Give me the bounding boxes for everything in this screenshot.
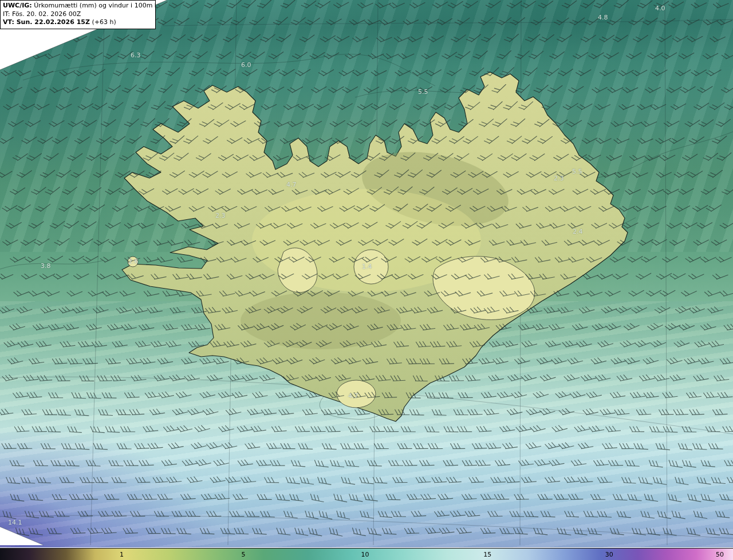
wind-barb <box>688 270 703 280</box>
wind-barb <box>591 494 605 499</box>
wind-barb <box>507 407 522 415</box>
wind-barb <box>630 391 645 398</box>
wind-barb <box>708 340 723 348</box>
wind-barb <box>60 478 74 483</box>
wind-barb <box>356 132 371 145</box>
wind-barb <box>242 0 256 10</box>
wind-barb <box>56 409 70 415</box>
wind-barb <box>409 409 424 415</box>
wind-barb <box>22 270 37 280</box>
wind-barb <box>718 392 732 398</box>
wind-barb <box>203 407 218 415</box>
wind-barb <box>596 134 611 145</box>
wind-barb <box>318 511 333 519</box>
wind-barb <box>86 460 100 466</box>
wind-barb <box>515 356 530 364</box>
wind-barb <box>291 391 306 399</box>
wind-barb <box>124 460 138 466</box>
wind-barb <box>317 133 332 145</box>
wind-barb <box>78 235 93 247</box>
wind-barb <box>82 116 97 128</box>
wind-barb <box>334 0 349 9</box>
wind-barb <box>723 426 733 432</box>
wind-barb <box>710 32 725 43</box>
wind-barb <box>695 339 710 348</box>
wind-barb <box>377 33 392 43</box>
wind-barb <box>269 82 283 94</box>
wind-barb <box>13 391 28 399</box>
wind-barb <box>326 14 341 26</box>
wind-barb <box>648 185 663 196</box>
wind-barb <box>424 15 439 26</box>
wind-barb <box>497 47 511 61</box>
wind-barb <box>689 409 704 415</box>
wind-barb <box>48 322 63 330</box>
wind-barb <box>386 494 400 499</box>
wind-barb <box>265 65 279 77</box>
wind-barb <box>450 376 464 381</box>
wind-barb <box>722 183 733 196</box>
wind-barb <box>582 133 597 145</box>
wind-barb <box>182 458 197 466</box>
wind-barb <box>305 14 320 26</box>
wind-barb <box>121 427 135 432</box>
wind-barb <box>261 30 275 44</box>
wind-barb <box>140 47 154 60</box>
wind-barb <box>260 511 274 517</box>
wind-barb <box>281 444 295 449</box>
wind-barb <box>523 64 537 77</box>
wind-barb <box>94 235 109 246</box>
wind-barb <box>318 65 333 77</box>
wind-barb <box>384 427 399 432</box>
wind-barb <box>207 441 222 449</box>
wind-barb <box>0 304 14 314</box>
wind-barb <box>638 134 653 144</box>
wind-barb <box>265 478 279 483</box>
wind-barb <box>451 31 466 44</box>
wind-barb <box>648 48 663 60</box>
wind-barb <box>276 391 291 399</box>
wind-barb <box>60 340 75 347</box>
wind-barb <box>660 14 675 26</box>
wind-barb <box>538 0 553 9</box>
wind-barb <box>637 100 652 111</box>
wind-barb <box>123 528 137 534</box>
wind-barb <box>654 373 669 381</box>
wind-barb <box>52 358 67 364</box>
wind-barb <box>36 200 50 212</box>
wind-barb <box>195 323 210 330</box>
wind-barb <box>258 0 271 10</box>
wind-barb <box>458 427 472 432</box>
wind-barb <box>64 49 79 60</box>
wind-barb <box>124 219 140 229</box>
wind-barb <box>78 99 93 111</box>
wind-barb <box>585 14 599 26</box>
wind-barb <box>708 444 723 449</box>
wind-barb <box>549 458 564 466</box>
wind-barb <box>411 511 426 517</box>
wind-barb <box>600 66 615 77</box>
wind-barb <box>643 14 658 26</box>
wind-barb <box>74 269 89 280</box>
wind-barb <box>439 527 454 534</box>
wind-barb <box>98 409 113 415</box>
wind-barb <box>170 373 184 381</box>
valid-offset: (+63 h) <box>90 18 116 26</box>
wind-barb <box>154 373 169 381</box>
wind-barb <box>628 252 643 263</box>
wind-barb <box>623 218 638 229</box>
wind-barb <box>15 66 31 77</box>
wind-barb <box>144 289 159 297</box>
wind-barb <box>572 322 587 330</box>
wind-barb <box>273 151 289 161</box>
wind-barb <box>339 65 354 77</box>
wind-barb <box>610 391 625 399</box>
wind-barb <box>710 98 724 111</box>
wind-barb <box>93 305 108 314</box>
wind-barb <box>609 528 624 535</box>
wind-barb <box>592 83 607 94</box>
colorbar-tick-10: 10 <box>361 551 369 558</box>
wind-barb <box>533 322 548 330</box>
wind-barb <box>34 460 48 466</box>
wind-barb <box>673 409 688 415</box>
